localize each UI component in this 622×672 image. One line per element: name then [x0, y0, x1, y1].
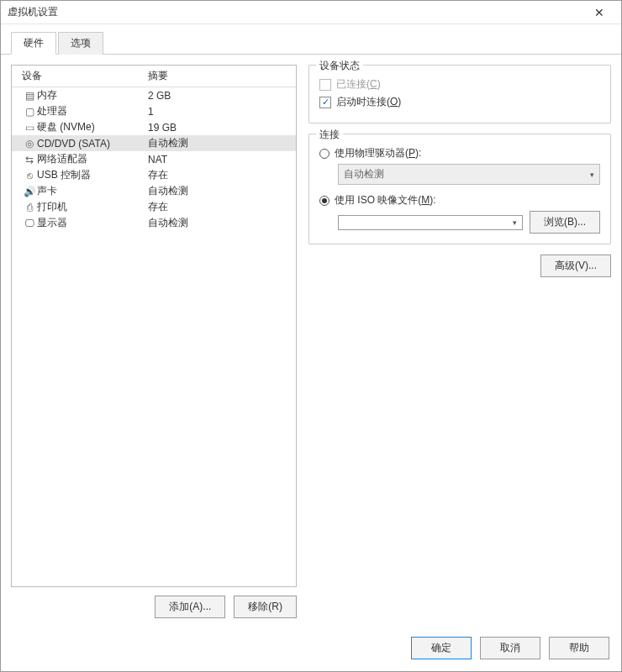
help-button[interactable]: 帮助	[549, 637, 609, 659]
col-device: 设备	[22, 69, 148, 83]
iso-path-input[interactable]: ▾	[338, 215, 523, 230]
disk-icon: ▭	[22, 122, 37, 134]
device-status-legend: 设备状态	[316, 59, 363, 73]
usb-icon: ⎋	[22, 170, 37, 181]
device-summary: 存在	[148, 200, 289, 214]
tab-hardware[interactable]: 硬件	[11, 32, 56, 55]
memory-icon: ▤	[22, 90, 37, 102]
device-row[interactable]: ▤内存2 GB	[12, 87, 296, 103]
network-icon: ⇆	[22, 154, 37, 165]
device-row[interactable]: ▢处理器1	[12, 103, 296, 119]
device-name: CD/DVD (SATA)	[37, 138, 148, 150]
device-row[interactable]: ⎙打印机存在	[12, 199, 296, 215]
device-row[interactable]: ⇆网络适配器NAT	[12, 151, 296, 167]
connect-on-startup-label: 启动时连接(O)	[336, 95, 401, 109]
device-name: 显示器	[37, 216, 148, 230]
device-summary: NAT	[148, 154, 289, 165]
tab-bar: 硬件 选项	[1, 24, 621, 55]
device-name: 网络适配器	[37, 152, 148, 166]
device-name: 声卡	[37, 184, 148, 198]
connected-checkbox	[319, 79, 331, 91]
device-summary: 自动检测	[148, 136, 289, 150]
connection-legend: 连接	[316, 128, 343, 142]
close-icon[interactable]: ✕	[584, 6, 614, 19]
window-title: 虚拟机设置	[8, 5, 584, 19]
titlebar: 虚拟机设置 ✕	[1, 1, 621, 24]
device-row[interactable]: ◎CD/DVD (SATA)自动检测	[12, 135, 296, 151]
connected-label: 已连接(C)	[336, 77, 381, 92]
device-name: 内存	[37, 88, 148, 102]
device-table: 设备 摘要 ▤内存2 GB▢处理器1▭硬盘 (NVMe)19 GB◎CD/DVD…	[11, 65, 297, 587]
connection-group: 连接 使用物理驱动器(P): 自动检测 ▾ 使用 ISO 映	[308, 134, 611, 244]
display-icon: 🖵	[22, 218, 37, 229]
device-summary: 19 GB	[148, 122, 289, 134]
device-summary: 自动检测	[148, 216, 289, 230]
col-summary: 摘要	[148, 69, 289, 83]
advanced-button[interactable]: 高级(V)...	[540, 255, 611, 277]
device-status-group: 设备状态 已连接(C) ✓ 启动时连接(O)	[308, 65, 611, 123]
use-iso-radio[interactable]	[319, 196, 329, 206]
physical-drive-select[interactable]: 自动检测 ▾	[338, 164, 600, 185]
device-row[interactable]: ⎋USB 控制器存在	[12, 167, 296, 183]
device-name: 打印机	[37, 200, 148, 214]
use-physical-label: 使用物理驱动器(P):	[335, 146, 421, 160]
browse-button[interactable]: 浏览(B)...	[530, 211, 600, 234]
device-summary: 1	[148, 106, 289, 118]
connect-on-startup-checkbox[interactable]: ✓	[319, 97, 331, 108]
device-panel: 设备 摘要 ▤内存2 GB▢处理器1▭硬盘 (NVMe)19 GB◎CD/DVD…	[11, 65, 297, 618]
printer-icon: ⎙	[22, 202, 37, 213]
device-table-header: 设备 摘要	[12, 66, 296, 87]
device-name: USB 控制器	[37, 168, 148, 182]
cpu-icon: ▢	[22, 106, 37, 118]
device-summary: 存在	[148, 168, 289, 182]
device-row[interactable]: 🖵显示器自动检测	[12, 215, 296, 231]
chevron-down-icon: ▾	[513, 218, 517, 227]
chevron-down-icon: ▾	[590, 171, 594, 179]
use-iso-label: 使用 ISO 映像文件(M):	[335, 193, 436, 207]
use-physical-radio[interactable]	[319, 149, 329, 159]
device-name: 处理器	[37, 104, 148, 118]
device-summary: 自动检测	[148, 184, 289, 198]
vm-settings-window: 虚拟机设置 ✕ 硬件 选项 设备 摘要 ▤内存2 GB▢处理器1▭硬盘 (NVM…	[0, 0, 622, 672]
cd-icon: ◎	[22, 138, 37, 150]
remove-device-button[interactable]: 移除(R)	[234, 596, 297, 618]
tab-options[interactable]: 选项	[58, 32, 103, 55]
device-summary: 2 GB	[148, 90, 289, 102]
device-row[interactable]: ▭硬盘 (NVMe)19 GB	[12, 119, 296, 135]
cancel-button[interactable]: 取消	[480, 637, 540, 659]
device-name: 硬盘 (NVMe)	[37, 120, 148, 134]
dialog-footer: 确定 取消 帮助	[1, 628, 621, 671]
ok-button[interactable]: 确定	[411, 637, 472, 659]
device-row[interactable]: 🔊声卡自动检测	[12, 183, 296, 199]
add-device-button[interactable]: 添加(A)...	[155, 596, 225, 618]
sound-icon: 🔊	[22, 186, 37, 197]
